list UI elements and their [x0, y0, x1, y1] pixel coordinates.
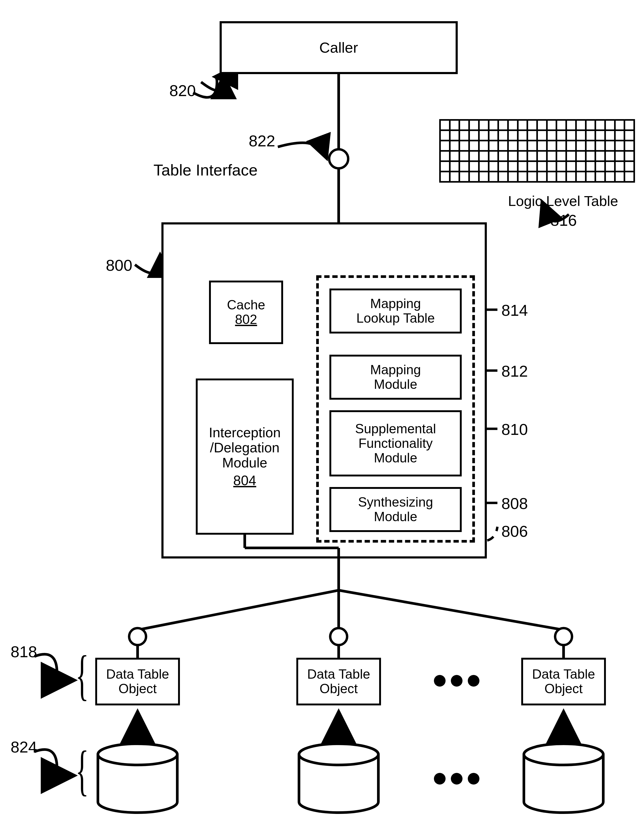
mapping-module-box: Mapping Module [329, 355, 462, 400]
brace-818: { [76, 643, 89, 707]
dto-label-2: Data Table Object [307, 667, 370, 696]
ellipsis-dto [434, 675, 479, 687]
svg-point-28 [299, 744, 378, 765]
svg-point-1 [329, 149, 348, 168]
caller-box: Caller [220, 21, 458, 74]
synthesizing-module-box: Synthesizing Module [329, 487, 462, 532]
ref-810: 810 [501, 421, 528, 438]
ref-806: 806 [501, 523, 528, 540]
synthesizing-label: Synthesizing Module [358, 495, 433, 524]
cache-box: Cache 802 [209, 281, 283, 344]
mapping-lookup-label: Mapping Lookup Table [356, 296, 435, 326]
mapping-lookup-box: Mapping Lookup Table [329, 288, 462, 334]
data-table-object-3: Data Table Object [521, 658, 606, 705]
data-table-object-2: Data Table Object [296, 658, 381, 705]
ref-808: 808 [501, 495, 528, 512]
svg-point-18 [555, 628, 572, 645]
dto-label-3: Data Table Object [532, 667, 595, 696]
ref-816: 816 [550, 212, 577, 229]
caller-label: Caller [320, 39, 358, 56]
ref-804: 804 [233, 473, 257, 488]
ref-822: 822 [249, 132, 275, 150]
table-interface-label: Table Interface [153, 161, 258, 179]
interception-delegation-box: Interception /Delegation Module 804 [196, 378, 294, 535]
brace-824: { [76, 739, 89, 802]
ref-820: 820 [169, 82, 196, 99]
svg-point-17 [330, 628, 347, 645]
logic-level-table [439, 119, 635, 183]
cache-label: Cache [227, 298, 265, 312]
dto-label-1: Data Table Object [106, 667, 169, 696]
svg-point-30 [524, 744, 603, 765]
logic-level-table-label: Logic Level Table [508, 193, 618, 209]
ref-802: 802 [235, 312, 257, 327]
data-table-object-1: Data Table Object [95, 658, 180, 705]
interception-delegation-label: Interception /Delegation Module [209, 425, 281, 471]
svg-point-26 [98, 744, 177, 765]
ref-800: 800 [106, 257, 132, 274]
supplemental-label: Supplemental Functionality Module [355, 422, 436, 465]
svg-line-15 [339, 590, 564, 630]
ref-814: 814 [501, 302, 528, 319]
svg-point-16 [129, 628, 146, 645]
supplemental-module-box: Supplemental Functionality Module [329, 410, 462, 476]
ref-812: 812 [501, 362, 528, 380]
mapping-module-label: Mapping Module [370, 362, 421, 392]
svg-line-13 [138, 590, 339, 630]
ref-818: 818 [11, 643, 37, 661]
ref-824: 824 [11, 739, 37, 756]
ellipsis-db [434, 773, 479, 785]
